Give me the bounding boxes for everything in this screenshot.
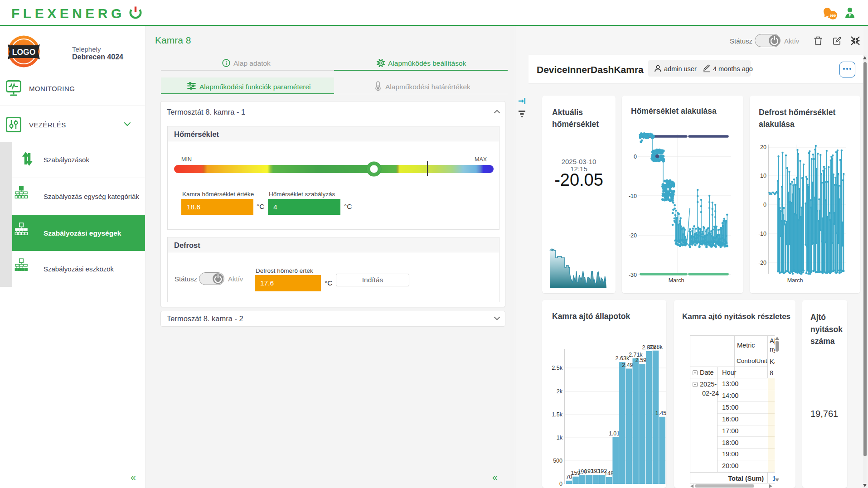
svg-text:0: 0 — [634, 154, 637, 160]
svg-text:20: 20 — [760, 144, 766, 150]
svg-text:0: 0 — [559, 481, 563, 487]
svg-text:LOGO: LOGO — [12, 48, 36, 57]
svg-text:0: 0 — [763, 202, 766, 208]
svg-text:2.88k: 2.88k — [649, 344, 663, 350]
svg-text:1.45k: 1.45k — [655, 410, 666, 416]
svg-text:-20: -20 — [629, 232, 637, 239]
svg-text:1k: 1k — [557, 435, 563, 441]
svg-text:-30: -30 — [629, 272, 637, 278]
svg-text:2.5k: 2.5k — [552, 365, 563, 371]
svg-text:March: March — [669, 277, 684, 284]
svg-text:-20: -20 — [758, 260, 766, 266]
svg-text:500: 500 — [553, 458, 563, 464]
svg-text:2.63k: 2.63k — [616, 355, 630, 362]
svg-text:1.5k: 1.5k — [552, 411, 563, 418]
svg-text:-10: -10 — [629, 193, 637, 199]
svg-text:-10: -10 — [758, 231, 766, 237]
svg-text:FLEXENERG: FLEXENERG — [11, 6, 125, 21]
svg-text:10: 10 — [760, 173, 766, 179]
svg-text:999: 999 — [830, 14, 836, 18]
svg-text:2k: 2k — [557, 388, 563, 395]
svg-text:March: March — [787, 277, 803, 284]
svg-text:148: 148 — [604, 470, 614, 477]
